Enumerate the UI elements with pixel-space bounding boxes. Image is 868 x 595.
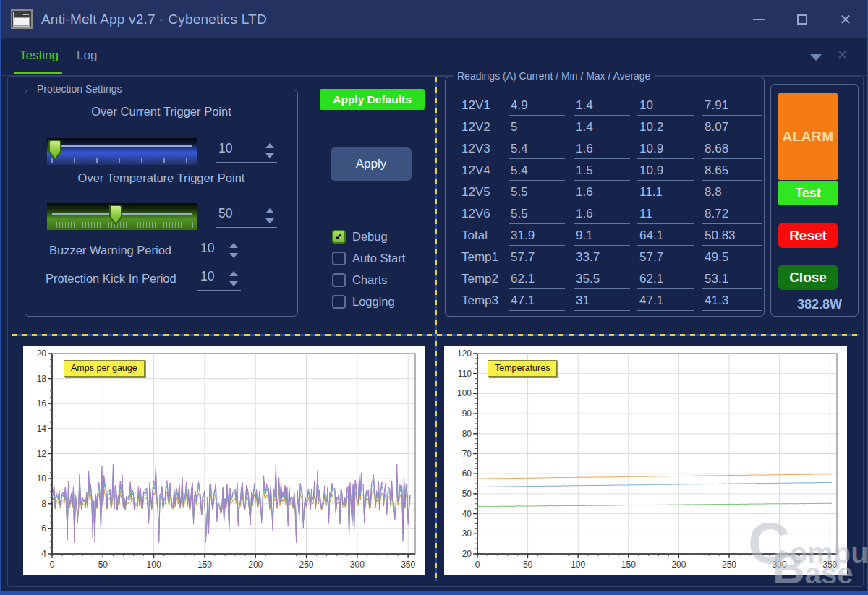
reading-value-field[interactable]: 1.4 [574, 120, 630, 137]
reading-value-field[interactable]: 5 [509, 120, 565, 137]
apply-defaults-button[interactable]: Apply Defaults [320, 89, 425, 110]
reading-value-field[interactable]: 1.6 [574, 185, 630, 202]
reading-value-field[interactable]: 8.65 [702, 163, 762, 181]
tab-log[interactable]: Log [77, 38, 97, 72]
reading-value-field[interactable]: 50.83 [702, 228, 762, 246]
reading-value-field[interactable]: 10.2 [637, 120, 694, 137]
reading-value-field[interactable]: 31.9 [509, 228, 565, 246]
reading-value-field[interactable]: 1.6 [574, 207, 630, 224]
close-icon[interactable]: ✕ [835, 9, 856, 30]
checkbox-charts[interactable]: Charts [332, 269, 405, 291]
reading-value-field[interactable]: 8.68 [702, 142, 762, 159]
readings-row-Temp1: Temp157.733.757.749.5 [446, 248, 764, 270]
spin-up-icon[interactable] [265, 208, 274, 213]
reading-value-field[interactable]: 62.1 [637, 272, 694, 289]
checkbox-label: Debug [352, 230, 388, 244]
reading-value-field[interactable]: 5.4 [509, 142, 565, 159]
app-window-icon [11, 9, 33, 29]
reading-value-field[interactable]: 47.1 [509, 294, 565, 311]
reading-value-field[interactable]: 47.1 [637, 294, 694, 311]
over-temp-slider[interactable] [47, 203, 197, 230]
reading-value-field[interactable]: 9.1 [574, 228, 630, 246]
spin-down-icon[interactable] [229, 281, 238, 286]
reading-value-field[interactable]: 57.7 [509, 250, 565, 267]
reading-value-field[interactable]: 5.4 [509, 163, 565, 181]
reading-value-field[interactable]: 11 [637, 207, 694, 224]
checkbox-label: Auto Start [352, 252, 405, 265]
spin-up-icon[interactable] [229, 243, 238, 248]
reading-value-field[interactable]: 10.9 [637, 142, 694, 159]
over-temp-spinbox[interactable]: 50 [216, 206, 277, 228]
reading-value-field[interactable]: 4.9 [509, 98, 565, 116]
alarm-group: ALARM Test Reset Close 382.8W [770, 84, 859, 317]
reading-value-field[interactable]: 41.3 [702, 294, 762, 311]
reading-value-field[interactable]: 8.8 [702, 185, 762, 202]
reading-value-field[interactable]: 33.7 [574, 250, 630, 267]
reading-value-field[interactable]: 5.5 [509, 207, 565, 224]
vertical-splitter[interactable] [435, 77, 437, 581]
readings-table: 12V14.91.4107.9112V251.410.28.0712V35.41… [446, 96, 764, 313]
reading-value-field[interactable]: 10.9 [637, 163, 694, 181]
apply-button[interactable]: Apply [331, 147, 412, 181]
slider-tick-marks [51, 222, 194, 228]
over-temp-label: Over Temperature Trigger Point [25, 171, 297, 185]
buzzer-period-spinbox[interactable]: 10 [197, 241, 241, 262]
reading-value-field[interactable]: 49.5 [702, 250, 762, 267]
test-button[interactable]: Test [778, 181, 838, 205]
over-current-slider[interactable] [47, 138, 197, 165]
checkbox-unchecked-icon[interactable] [332, 252, 346, 265]
reading-value-field[interactable]: 62.1 [509, 272, 565, 289]
spin-down-icon[interactable] [265, 218, 274, 223]
close-button[interactable]: Close [778, 265, 838, 290]
tab-close-icon[interactable]: ✕ [837, 47, 848, 63]
reading-value-field[interactable]: 10 [637, 98, 694, 116]
checkbox-label: Logging [352, 295, 395, 309]
reading-value-field[interactable]: 57.7 [637, 250, 694, 267]
checkbox-checked-icon[interactable]: ✓ [332, 230, 346, 244]
spin-down-icon[interactable] [229, 253, 238, 258]
checkbox-auto-start[interactable]: Auto Start [332, 247, 405, 269]
spin-down-icon[interactable] [265, 153, 274, 158]
tab-testing[interactable]: Testing [20, 38, 59, 72]
readings-row-12V6: 12V65.51.6118.72 [446, 205, 764, 226]
amps-chart-legend: Amps per gauge [64, 360, 145, 377]
svg-text:30: 30 [462, 528, 472, 539]
over-current-spinbox[interactable]: 10 [216, 141, 277, 163]
maximize-icon[interactable] [791, 9, 813, 30]
spin-up-icon[interactable] [265, 143, 274, 148]
buzzer-period-value[interactable]: 10 [197, 241, 229, 256]
reading-value-field[interactable]: 1.5 [574, 163, 630, 181]
spin-up-icon[interactable] [229, 271, 238, 276]
reading-value-field[interactable]: 1.6 [574, 142, 630, 159]
checkbox-unchecked-icon[interactable] [332, 273, 346, 287]
checkbox-debug[interactable]: ✓Debug [332, 226, 405, 247]
svg-text:50: 50 [523, 560, 533, 570]
readings-row-12V1: 12V14.91.4107.91 [446, 96, 764, 118]
horizontal-splitter[interactable] [12, 334, 859, 336]
reading-value-field[interactable]: 1.4 [574, 98, 630, 116]
reset-button[interactable]: Reset [778, 223, 838, 248]
tab-list-caret-icon[interactable] [810, 54, 822, 61]
reading-value-field[interactable]: 8.72 [702, 207, 762, 224]
checkbox-unchecked-icon[interactable] [332, 295, 346, 309]
minimize-icon[interactable] [748, 9, 770, 30]
reading-value-field[interactable]: 5.5 [509, 185, 565, 202]
amps-chart: 468101214161820050100150200250300350 [23, 346, 425, 575]
readings-row-Temp2: Temp262.135.562.153.1 [446, 270, 764, 291]
readings-row-12V3: 12V35.41.610.98.68 [446, 140, 764, 161]
kickin-period-value[interactable]: 10 [197, 269, 229, 284]
svg-text:20: 20 [37, 348, 47, 359]
over-current-slider-handle[interactable] [48, 140, 61, 160]
over-temp-value[interactable]: 50 [216, 206, 265, 221]
reading-label: 12V1 [461, 98, 490, 113]
reading-value-field[interactable]: 31 [574, 294, 630, 311]
reading-value-field[interactable]: 35.5 [574, 272, 630, 289]
checkbox-logging[interactable]: Logging [332, 291, 405, 312]
kickin-period-spinbox[interactable]: 10 [197, 269, 241, 291]
reading-value-field[interactable]: 11.1 [637, 185, 694, 202]
reading-value-field[interactable]: 53.1 [702, 272, 762, 289]
reading-value-field[interactable]: 8.07 [702, 120, 762, 137]
reading-value-field[interactable]: 64.1 [637, 228, 694, 246]
reading-value-field[interactable]: 7.91 [702, 98, 762, 116]
over-current-value[interactable]: 10 [216, 141, 265, 156]
